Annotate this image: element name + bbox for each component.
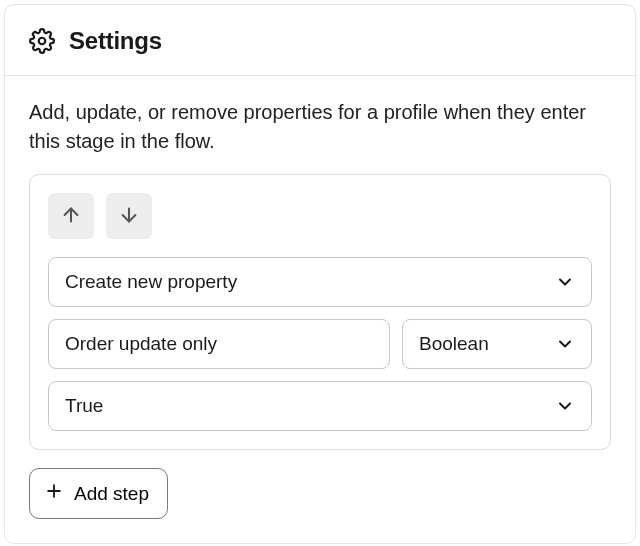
settings-panel: Settings Add, update, or remove properti… bbox=[4, 4, 636, 544]
chevron-down-icon bbox=[555, 334, 575, 354]
arrow-up-icon bbox=[60, 204, 82, 229]
panel-description: Add, update, or remove properties for a … bbox=[5, 76, 635, 174]
plus-icon bbox=[44, 481, 64, 506]
property-row: Order update only Boolean bbox=[48, 319, 592, 369]
type-select-value: Boolean bbox=[419, 333, 489, 355]
gear-icon bbox=[29, 28, 55, 54]
move-down-button[interactable] bbox=[106, 193, 152, 239]
chevron-down-icon bbox=[555, 396, 575, 416]
move-up-button[interactable] bbox=[48, 193, 94, 239]
panel-header: Settings bbox=[5, 5, 635, 76]
arrow-down-icon bbox=[118, 204, 140, 229]
add-step-button[interactable]: Add step bbox=[29, 468, 168, 519]
chevron-down-icon bbox=[555, 272, 575, 292]
svg-point-0 bbox=[39, 38, 46, 45]
property-name-input[interactable]: Order update only bbox=[48, 319, 390, 369]
action-select-value: Create new property bbox=[65, 271, 237, 293]
type-select[interactable]: Boolean bbox=[402, 319, 592, 369]
reorder-controls bbox=[48, 193, 592, 239]
property-name-value: Order update only bbox=[65, 333, 217, 355]
panel-title: Settings bbox=[69, 27, 162, 55]
value-select-value: True bbox=[65, 395, 103, 417]
add-step-label: Add step bbox=[74, 483, 149, 505]
fields-group: Create new property Order update only Bo… bbox=[48, 257, 592, 431]
add-step-row: Add step bbox=[5, 468, 635, 543]
value-select[interactable]: True bbox=[48, 381, 592, 431]
action-select[interactable]: Create new property bbox=[48, 257, 592, 307]
step-card: Create new property Order update only Bo… bbox=[29, 174, 611, 450]
